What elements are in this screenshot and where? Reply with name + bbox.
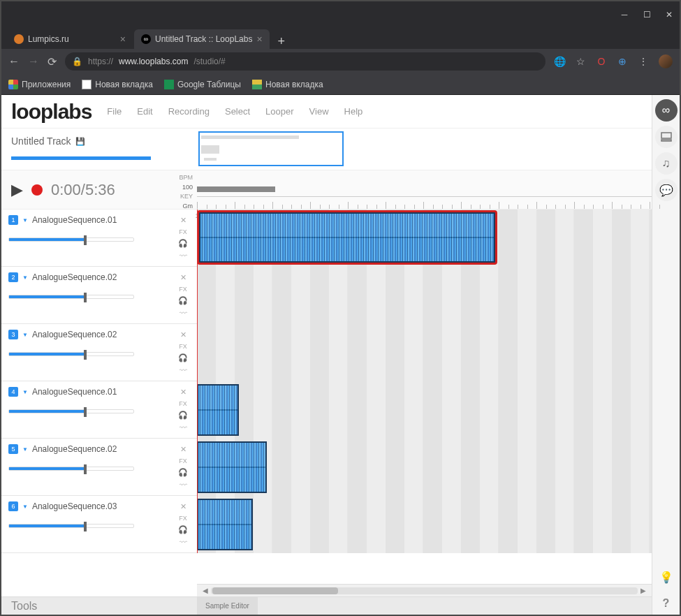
volume-slider[interactable] [8, 352, 134, 356]
track-header[interactable]: 2 ▼ AnalogueSequence.02 [1, 267, 169, 323]
music-icon[interactable]: ♫ [655, 152, 678, 175]
shuffle-icon[interactable]: ✕ [180, 388, 186, 397]
shuffle-icon[interactable]: ✕ [180, 502, 186, 511]
url-input[interactable]: 🔒 https://www.looplabs.com/studio/# [65, 52, 545, 71]
wave-icon[interactable]: 〰 [180, 481, 187, 489]
menu-edit[interactable]: Edit [137, 106, 152, 117]
play-button[interactable]: ▶ [11, 181, 23, 199]
fx-button[interactable]: FX [179, 343, 187, 350]
track-header[interactable]: 6 ▼ AnalogueSequence.03 [1, 496, 169, 552]
chevron-down-icon[interactable]: ▼ [22, 446, 28, 453]
track-header[interactable]: 4 ▼ AnalogueSequence.01 [1, 381, 169, 438]
loop-icon[interactable]: ∞ [655, 99, 678, 122]
globe-icon[interactable]: ⊕ [617, 56, 628, 67]
sample-editor-tab[interactable]: Sample Editor [197, 597, 258, 615]
wave-icon[interactable]: 〰 [180, 538, 187, 546]
menu-icon[interactable]: ⋮ [638, 56, 649, 67]
chat-icon[interactable]: 💬 [655, 179, 678, 201]
record-button[interactable] [31, 184, 43, 196]
clip-lane[interactable] [197, 267, 652, 324]
audio-clip[interactable] [197, 384, 239, 436]
playhead[interactable] [197, 210, 198, 553]
scroll-thumb[interactable] [212, 587, 338, 594]
audio-clip[interactable] [197, 441, 267, 493]
shuffle-icon[interactable]: ✕ [180, 273, 186, 282]
clip-lane[interactable] [197, 439, 652, 496]
volume-slider[interactable] [8, 524, 134, 528]
avatar[interactable] [659, 54, 673, 68]
headphones-icon[interactable]: 🎧 [178, 468, 188, 477]
menu-help[interactable]: Help [344, 106, 363, 117]
chevron-down-icon[interactable]: ▼ [22, 389, 28, 395]
wave-icon[interactable]: 〰 [180, 423, 187, 432]
scroll-right-icon[interactable]: ▶ [638, 587, 649, 594]
close-button[interactable]: ✕ [664, 10, 674, 20]
volume-slider[interactable] [8, 295, 134, 299]
back-button[interactable]: ← [8, 55, 20, 68]
menu-file[interactable]: File [107, 106, 122, 117]
menu-looper[interactable]: Looper [265, 106, 293, 117]
translate-icon[interactable]: 🌐 [554, 56, 565, 67]
wave-icon[interactable]: 〰 [180, 309, 187, 317]
fx-button[interactable]: FX [179, 400, 187, 407]
fx-button[interactable]: FX [179, 515, 187, 522]
menu-select[interactable]: Select [225, 106, 250, 117]
menu-recording[interactable]: Recording [168, 106, 210, 117]
shuffle-icon[interactable]: ✕ [180, 216, 186, 225]
browser-tab-looplabs[interactable]: ∞ Untitled Track :: LoopLabs × [134, 29, 270, 49]
forward-button[interactable]: → [28, 55, 39, 68]
track-header[interactable]: 3 ▼ AnalogueSequence.02 [1, 324, 169, 381]
track-header[interactable]: 5 ▼ AnalogueSequence.02 [1, 439, 169, 495]
bookmark-newtab2[interactable]: Новая вкладка [252, 80, 323, 89]
chevron-down-icon[interactable]: ▼ [22, 274, 28, 281]
bookmark-sheets[interactable]: Google Таблицы [164, 80, 241, 89]
help-icon[interactable]: ? [655, 592, 678, 615]
volume-slider[interactable] [8, 467, 134, 471]
overview-viewport[interactable] [198, 131, 344, 166]
headphones-icon[interactable]: 🎧 [178, 525, 188, 534]
clip-lane[interactable] [197, 324, 652, 381]
maximize-button[interactable]: ☐ [642, 10, 652, 20]
fx-button[interactable]: FX [179, 457, 187, 464]
chevron-down-icon[interactable]: ▼ [22, 504, 28, 510]
drive-icon[interactable] [655, 126, 678, 148]
bookmark-newtab[interactable]: Новая вкладка [82, 80, 153, 89]
browser-tab-lumpics[interactable]: Lumpics.ru × [7, 29, 133, 49]
fx-button[interactable]: FX [179, 286, 187, 293]
clip-lane[interactable] [197, 496, 652, 553]
headphones-icon[interactable]: 🎧 [178, 239, 188, 248]
timeline-ruler[interactable]: 159131721252933374145 [197, 170, 652, 209]
save-icon[interactable]: 💾 [75, 137, 85, 146]
wave-icon[interactable]: 〰 [180, 366, 187, 374]
clip-lane[interactable] [197, 381, 652, 439]
shuffle-icon[interactable]: ✕ [180, 330, 186, 339]
minimize-button[interactable]: ─ [620, 10, 629, 20]
volume-slider[interactable] [8, 409, 134, 413]
bookmark-apps[interactable]: Приложения [8, 80, 71, 89]
audio-clip[interactable] [197, 499, 253, 550]
track-title[interactable]: Untitled Track 💾 [11, 135, 187, 147]
chevron-down-icon[interactable]: ▼ [22, 217, 28, 223]
chevron-down-icon[interactable]: ▼ [22, 332, 28, 338]
loop-region[interactable] [197, 186, 275, 192]
headphones-icon[interactable]: 🎧 [178, 296, 188, 305]
tab-close-icon[interactable]: × [120, 34, 126, 45]
volume-slider[interactable] [8, 237, 134, 242]
clip-lane[interactable] [197, 210, 652, 267]
tab-close-icon[interactable]: × [256, 34, 262, 45]
scroll-left-icon[interactable]: ◀ [200, 587, 211, 594]
reload-button[interactable]: ⟳ [47, 55, 57, 68]
star-icon[interactable]: ☆ [575, 56, 586, 67]
horizontal-scrollbar[interactable]: ◀ ▶ [197, 584, 652, 596]
new-tab-button[interactable]: + [271, 34, 293, 49]
menu-view[interactable]: View [309, 106, 329, 117]
wave-icon[interactable]: 〰 [180, 251, 187, 260]
overview-panel[interactable] [197, 129, 652, 170]
headphones-icon[interactable]: 🎧 [178, 411, 188, 420]
shuffle-icon[interactable]: ✕ [180, 445, 186, 454]
fx-button[interactable]: FX [179, 228, 187, 235]
hint-icon[interactable]: 💡 [655, 566, 678, 588]
audio-clip[interactable] [197, 210, 497, 265]
opera-icon[interactable]: O [596, 56, 607, 67]
headphones-icon[interactable]: 🎧 [178, 353, 188, 362]
